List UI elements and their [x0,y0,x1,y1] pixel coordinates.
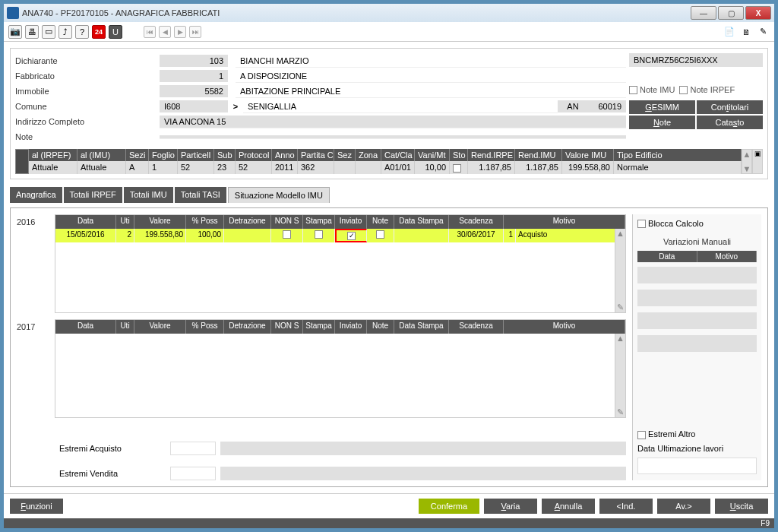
titlebar: ANA740 - PF20170105 - ANAGRAFICA FABBRIC… [4,4,774,22]
label-estremi-vendita: Estremi Vendita [59,469,166,478]
new-doc-icon[interactable]: 🗎 [739,25,753,39]
codice-fiscale: BNCMRZ56C25I6XXX [629,53,763,67]
folder-icon[interactable]: ▭ [42,25,55,39]
funzioni-button[interactable]: Funzioni [10,499,63,514]
label-indirizzo: Indirizzo Completo [15,117,160,126]
annulla-button[interactable]: Annulla [542,499,595,514]
label-variazioni: Variazioni Manuali [637,237,757,246]
help-icon[interactable]: ? [75,25,89,39]
upload-icon[interactable]: ⤴ [59,25,72,39]
maximize-button[interactable]: ▢ [718,6,744,20]
indirizzo[interactable]: VIA ANCONA 15 [160,116,626,128]
check-blocca-calcolo[interactable]: Blocca Calcolo [637,219,757,229]
note-field[interactable] [160,135,626,139]
contitolari-button[interactable]: Contitolari [697,100,763,114]
tab-totali-irpef[interactable]: Totali IRPEF [64,187,122,203]
check-note[interactable] [376,230,384,239]
check-nons[interactable] [283,230,291,239]
print-icon[interactable]: 🖶 [25,25,39,39]
year-2017: 2017 [17,319,55,418]
badge-24-icon[interactable]: 24 [92,25,106,39]
dichiarante-id[interactable]: 103 [160,55,228,67]
grid-expand-icon[interactable]: ▣ [752,149,763,174]
nav-first-icon[interactable]: ⏮ [144,26,156,38]
variazioni-row[interactable] [637,290,757,306]
status-bar: F9 [4,518,774,528]
data-ultimazione-input[interactable] [637,458,757,474]
fabbricato-id[interactable]: 1 [160,70,228,82]
estremi-vendita-input[interactable] [170,467,216,480]
grid-2016: Data Uti Valore % Poss Detrazione NON S … [55,214,626,313]
grid-2017-scrollbar[interactable]: ▲✎ [615,334,625,417]
label-dichiarante: Dichiarante [15,56,160,65]
grid-2016-scrollbar[interactable]: ▲✎ [615,229,625,312]
estremi-acquisto-input[interactable] [170,442,216,455]
check-note-irpef[interactable]: Note IRPEF [679,85,735,94]
nav-prev-icon[interactable]: ◀ [159,26,171,38]
label-note: Note [15,132,160,141]
check-stampa[interactable] [315,230,323,239]
cap: 60019 [588,100,626,112]
row-2016[interactable]: 15/05/2016 2 199.558,80 100,00 30/ [55,229,625,242]
catasto-button[interactable]: Catasto [697,116,763,129]
toolbar: 📷 🖶 ▭ ⤴ ? 24 U ⏮ ◀ ▶ ⏭ 📄 🗎 ✎ [4,22,774,42]
variazioni-row[interactable] [637,335,757,352]
grid-2017: Data Uti Valore % Poss Detrazione NON S … [55,319,626,418]
lookup-icon[interactable]: > [228,102,243,111]
estremi-acquisto-desc[interactable] [220,442,626,455]
check-note-imu[interactable]: Note IMU [629,85,675,94]
note-button[interactable]: Note [629,116,695,129]
minimize-button[interactable]: — [691,6,716,20]
prov: AN [558,100,588,112]
doc-icon[interactable]: 📄 [723,25,736,39]
varia-button[interactable]: Varia [484,499,537,514]
window-title: ANA740 - PF20170105 - ANAGRAFICA FABBRIC… [22,8,220,17]
ind-button[interactable]: <Ind. [599,499,653,514]
tab-totali-tasi[interactable]: Totali TASI [175,187,226,203]
grid-header: al (IRPEF) al (IMU) Sezi Foglio Particel… [29,149,742,161]
u-icon[interactable]: U [109,25,122,39]
label-estremi-acquisto: Estremi Acquisto [59,444,166,453]
check-inviato[interactable] [347,232,356,240]
grid-scrollbar[interactable]: ▲▼ [742,149,752,174]
check-estremi-altro[interactable]: Estremi Altro [637,429,757,439]
av-button[interactable]: Av.> [657,499,710,514]
estremi-vendita-desc[interactable] [220,467,626,480]
label-immobile: Immobile [15,87,160,96]
col-motivo: Motivo [697,251,757,262]
col-data: Data [637,251,697,262]
immobile-id[interactable]: 5582 [160,85,228,97]
tab-situazione-imu[interactable]: Situazione Modello IMU [228,187,330,203]
dichiarante-nome[interactable]: BIANCHI MARZIO [236,55,626,68]
label-fabbricato: Fabbricato [15,71,160,81]
uscita-button[interactable]: Uscita [715,499,768,514]
gesimm-button[interactable]: GESIMM [629,100,695,114]
immobile-desc[interactable]: ABITAZIONE PRINCIPALE [236,85,626,98]
close-button[interactable]: X [745,6,771,20]
fabbricato-desc[interactable]: A DISPOSIZIONE [236,70,626,83]
tabs: Anagrafica Totali IRPEF Totali IMU Total… [10,187,768,203]
nav-next-icon[interactable]: ▶ [174,26,186,38]
tab-totali-imu[interactable]: Totali IMU [124,187,173,203]
nav-last-icon[interactable]: ⏭ [189,26,201,38]
camera-icon[interactable]: 📷 [8,25,22,39]
variazioni-row[interactable] [637,267,757,283]
year-2016: 2016 [17,214,55,313]
edit-icon[interactable]: ✎ [756,25,770,39]
grid-selector-icon[interactable] [15,149,29,174]
grid-row[interactable]: Attuale Attuale A 1 52 23 52 2011 362 A0… [29,161,742,174]
conferma-button[interactable]: Conferma [419,499,479,514]
tab-anagrafica[interactable]: Anagrafica [10,187,62,203]
variazioni-row[interactable] [637,312,757,329]
comune-code[interactable]: I608 [160,100,228,112]
comune-nome[interactable]: SENIGALLIA [243,100,558,113]
app-icon [7,7,19,19]
label-comune: Comune [15,102,160,111]
label-data-ultimazione: Data Ultimazione lavori [637,444,757,453]
